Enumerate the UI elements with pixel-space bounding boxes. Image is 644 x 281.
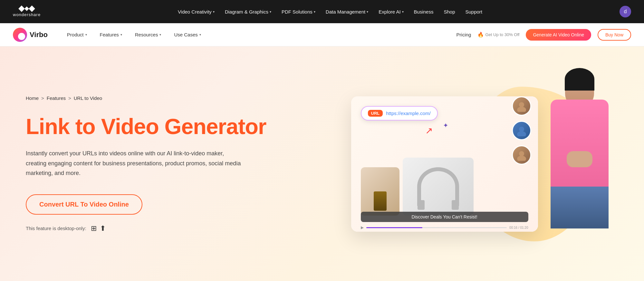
virbo-brand-icon (13, 28, 27, 42)
sec-nav-use-cases[interactable]: Use Cases ▾ (168, 32, 207, 37)
buy-now-button[interactable]: Buy Now (598, 29, 631, 41)
product-image-bottle (361, 167, 399, 216)
desktop-only-label: This feature is desktop-only: (26, 226, 86, 231)
chevron-down-icon: ▾ (85, 33, 87, 36)
headphone-shape (417, 167, 459, 206)
wondershare-logo[interactable]: wondershare (13, 6, 41, 17)
hero-title: Link to Video Generator (26, 114, 271, 139)
sec-nav-links: Product ▾ Features ▾ Resources ▾ Use Cas… (61, 32, 444, 37)
chevron-down-icon: ▾ (402, 10, 404, 14)
windows-icon: ⊞ (91, 224, 97, 233)
sec-nav-resources[interactable]: Resources ▾ (129, 32, 168, 37)
person-illustration (534, 67, 625, 254)
breadcrumb-current: URL to Video (74, 95, 102, 101)
url-bubble: URL https://example.com/ (361, 106, 438, 121)
hero-illustration: URL https://example.com/ ↗ ✦ Discover De… (271, 71, 618, 257)
breadcrumb: Home > Features > URL to Video (26, 95, 271, 101)
avatar-person-icon (516, 125, 527, 136)
progress-fill (366, 227, 423, 228)
person-hands (567, 151, 592, 167)
virbo-logo[interactable]: Virbo (13, 28, 48, 42)
avatar-3 (512, 145, 531, 165)
svg-point-5 (517, 156, 526, 161)
progress-track (366, 227, 507, 228)
svg-point-2 (519, 127, 524, 132)
nav-video-creativity[interactable]: Video Creativity ▾ (178, 9, 215, 15)
avatar-list (512, 96, 531, 165)
sec-nav-features[interactable]: Features ▾ (93, 32, 129, 37)
chevron-down-icon: ▾ (270, 10, 271, 14)
nav-explore-ai[interactable]: Explore AI ▾ (379, 9, 403, 15)
person-jeans (551, 187, 609, 228)
breadcrumb-sep-1: > (41, 95, 44, 101)
virbo-brand-name: Virbo (30, 31, 48, 39)
avatar-2 (512, 121, 531, 140)
convert-url-button[interactable]: Convert URL To Video Online (26, 194, 142, 215)
svg-point-4 (519, 151, 524, 156)
nav-shop[interactable]: Shop (444, 9, 455, 15)
nav-pdf-solutions[interactable]: PDF Solutions ▾ (282, 9, 315, 15)
breadcrumb-home[interactable]: Home (26, 95, 39, 101)
chevron-down-icon: ▾ (314, 10, 315, 14)
pricing-link[interactable]: Pricing (457, 32, 471, 37)
logo-diamonds (19, 6, 34, 11)
sec-nav-product[interactable]: Product ▾ (61, 32, 93, 37)
breadcrumb-sep-2: > (68, 95, 71, 101)
fire-icon: 🔥 (477, 32, 484, 38)
chevron-down-icon: ▾ (199, 33, 201, 36)
top-nav-right: d (620, 6, 631, 17)
generate-ai-video-button[interactable]: Generate AI Video Online (526, 29, 591, 41)
brand-name: wondershare (13, 12, 41, 17)
svg-point-1 (517, 107, 526, 112)
chevron-down-icon: ▾ (120, 33, 122, 36)
avatar-person-icon (516, 100, 527, 112)
promo-badge: 🔥 Get Up to 30% Off (477, 32, 519, 38)
video-progress-bar: ▶ 00:16 / 01:20 (361, 225, 528, 230)
desktop-only-notice: This feature is desktop-only: ⊞ ⬆ (26, 224, 271, 233)
illustration-card: URL https://example.com/ ↗ ✦ Discover De… (351, 96, 538, 232)
cursor-arrow-icon: ↗ (425, 125, 433, 136)
nav-support[interactable]: Support (466, 9, 483, 15)
person-hair (565, 68, 594, 91)
product-image-headphone (403, 158, 474, 216)
url-value-text: https://example.com/ (386, 111, 430, 116)
cloud-download-icon: ⬆ (100, 224, 106, 233)
nav-data-management[interactable]: Data Management ▾ (326, 9, 368, 15)
video-time: 00:16 / 01:20 (509, 226, 528, 229)
hero-section: Home > Features > URL to Video Link to V… (0, 46, 644, 281)
nav-business[interactable]: Business (414, 9, 434, 15)
hero-description: Instantly convert your URLs into videos … (26, 149, 245, 178)
person-silhouette (534, 67, 625, 228)
breadcrumb-features[interactable]: Features (47, 95, 66, 101)
deals-banner: Discover Deals You Can't Resist! (361, 212, 528, 222)
top-navigation: wondershare Video Creativity ▾ Diagram &… (0, 0, 644, 23)
avatar-person-icon (516, 149, 527, 161)
hero-content: Home > Features > URL to Video Link to V… (26, 95, 271, 233)
desktop-icons: ⊞ ⬆ (91, 224, 106, 233)
diamond-1 (18, 5, 25, 12)
avatar-1 (512, 96, 531, 116)
secondary-navigation: Virbo Product ▾ Features ▾ Resources ▾ U… (0, 23, 644, 46)
url-label-tag: URL (368, 110, 383, 117)
chevron-down-icon: ▾ (367, 10, 368, 14)
nav-diagram-graphics[interactable]: Diagram & Graphics ▾ (225, 9, 271, 15)
sparkle-icon: ✦ (443, 121, 448, 129)
chevron-down-icon: ▾ (159, 33, 161, 36)
svg-point-0 (519, 102, 524, 107)
user-avatar[interactable]: d (620, 6, 631, 17)
diamond-3 (29, 5, 35, 12)
play-icon: ▶ (361, 225, 364, 230)
sec-nav-right: Pricing 🔥 Get Up to 30% Off Generate AI … (457, 29, 631, 41)
svg-point-3 (517, 131, 526, 136)
virbo-icon-inner (18, 33, 25, 40)
top-nav-links: Video Creativity ▾ Diagram & Graphics ▾ … (178, 9, 482, 15)
product-images-area (361, 158, 474, 216)
chevron-down-icon: ▾ (213, 10, 215, 14)
